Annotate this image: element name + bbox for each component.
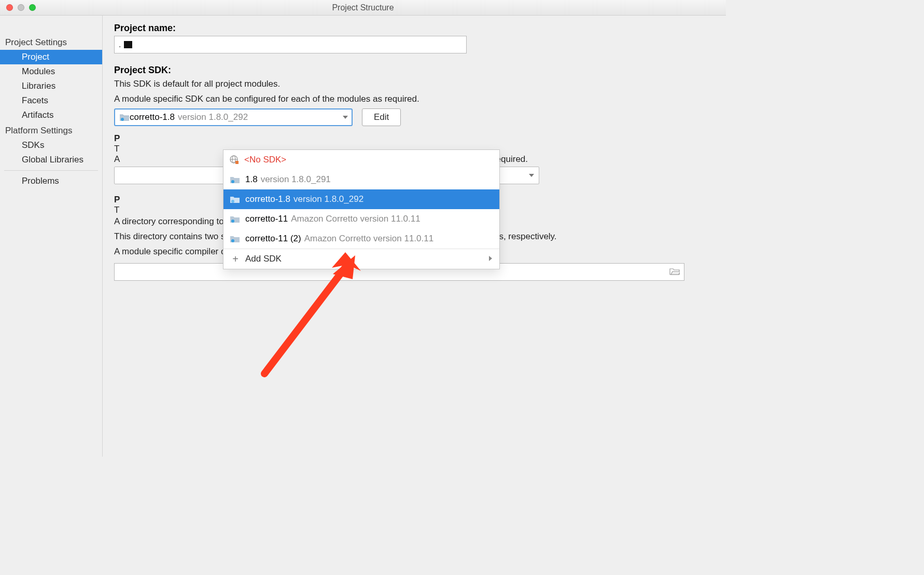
sdk-option-label: <No SDK>	[244, 155, 286, 165]
sdk-edit-button-label: Edit	[374, 112, 389, 122]
sidebar-item-label: Artifacts	[22, 110, 53, 120]
sdk-option-version: Amazon Corretto version 11.0.11	[304, 234, 433, 244]
content-pane: Project name: . Project SDK: This SDK is…	[103, 16, 726, 457]
sdk-option-add-sdk[interactable]: + Add SDK	[223, 249, 499, 269]
sdk-desc-line1: This SDK is default for all project modu…	[114, 78, 716, 91]
sdk-option-version: version 1.8.0_292	[293, 194, 363, 204]
project-name-label: Project name:	[114, 23, 716, 34]
sdk-option-no-sdk[interactable]: <No SDK>	[223, 150, 499, 170]
chevron-down-icon	[342, 112, 348, 122]
project-name-input[interactable]: .	[114, 36, 467, 53]
sdk-folder-icon	[230, 195, 240, 203]
plus-icon: +	[230, 253, 241, 265]
svg-point-8	[231, 239, 234, 242]
svg-point-6	[231, 200, 234, 203]
svg-point-7	[231, 220, 234, 223]
project-sdk-combo[interactable]: corretto-1.8 version 1.8.0_292	[114, 108, 353, 126]
sidebar-item-project[interactable]: Project	[0, 50, 102, 64]
sidebar-item-modules[interactable]: Modules	[0, 64, 102, 79]
folder-open-icon[interactable]	[669, 267, 680, 278]
sdk-combo-name: corretto-1.8	[130, 112, 175, 122]
sdk-option-1-8[interactable]: 1.8 version 1.8.0_291	[223, 170, 499, 189]
window-title: Project Structure	[0, 3, 726, 12]
sdk-desc-line2: A module specific SDK can be configured …	[114, 93, 716, 106]
sdk-option-name: corretto-11	[245, 214, 288, 224]
sdk-folder-icon	[119, 113, 130, 121]
sdk-dropdown: <No SDK> 1.8 version 1.8.0_291 corretto-…	[223, 149, 500, 269]
sdk-option-name: 1.8	[245, 174, 258, 185]
sidebar-item-artifacts[interactable]: Artifacts	[0, 108, 102, 122]
project-name-value: .	[119, 40, 121, 49]
submenu-arrow-icon	[488, 254, 493, 264]
sidebar-separator	[4, 170, 98, 171]
svg-line-9	[264, 265, 347, 374]
sidebar-group-project-settings: Project Settings	[0, 34, 102, 50]
sdk-option-version: Amazon Corretto version 11.0.11	[291, 214, 420, 224]
obscured-heading-p: P	[114, 133, 716, 144]
sidebar-item-libraries[interactable]: Libraries	[0, 79, 102, 93]
sdk-option-corretto-1-8[interactable]: corretto-1.8 version 1.8.0_292	[223, 189, 499, 209]
sidebar-item-label: Project	[22, 52, 49, 62]
sidebar-item-label: SDKs	[22, 140, 44, 150]
sdk-option-name: corretto-11 (2)	[245, 234, 301, 244]
sidebar-group-platform-settings: Platform Settings	[0, 122, 102, 138]
window-zoom-button[interactable]	[29, 4, 36, 11]
project-sdk-label: Project SDK:	[114, 65, 716, 76]
sdk-option-version: version 1.8.0_291	[261, 174, 331, 185]
sidebar: Project Settings Project Modules Librari…	[0, 16, 103, 457]
window-controls	[0, 4, 36, 11]
sidebar-item-label: Facets	[22, 95, 48, 105]
svg-point-0	[121, 118, 124, 121]
sidebar-item-problems[interactable]: Problems	[0, 174, 102, 188]
svg-point-5	[231, 180, 234, 183]
sidebar-item-sdks[interactable]: SDKs	[0, 138, 102, 153]
sdk-option-name: corretto-1.8	[245, 194, 290, 204]
sdk-combo-version: version 1.8.0_292	[178, 112, 248, 122]
globe-icon	[230, 155, 239, 165]
redacted-text	[124, 41, 132, 48]
sdk-option-corretto-11[interactable]: corretto-11 Amazon Corretto version 11.0…	[223, 209, 499, 229]
window-minimize-button[interactable]	[18, 4, 24, 11]
add-sdk-label: Add SDK	[245, 254, 282, 264]
chevron-down-icon	[528, 170, 535, 181]
sidebar-item-label: Modules	[22, 66, 55, 76]
sidebar-item-facets[interactable]: Facets	[0, 93, 102, 108]
sdk-folder-icon	[230, 235, 240, 243]
sidebar-item-label: Libraries	[22, 81, 55, 91]
obscured-a-letter: A	[114, 154, 119, 164]
svg-rect-4	[235, 161, 239, 164]
sdk-folder-icon	[230, 175, 240, 184]
sidebar-item-global-libraries[interactable]: Global Libraries	[0, 153, 102, 167]
titlebar: Project Structure	[0, 0, 726, 16]
sdk-edit-button[interactable]: Edit	[362, 108, 401, 126]
sdk-folder-icon	[230, 215, 240, 223]
window-close-button[interactable]	[6, 4, 13, 11]
sidebar-item-label: Problems	[22, 176, 59, 186]
project-sdk-row: corretto-1.8 version 1.8.0_292 Edit	[114, 108, 716, 126]
sidebar-item-label: Global Libraries	[22, 155, 83, 165]
sdk-option-corretto-11-2[interactable]: corretto-11 (2) Amazon Corretto version …	[223, 229, 499, 249]
